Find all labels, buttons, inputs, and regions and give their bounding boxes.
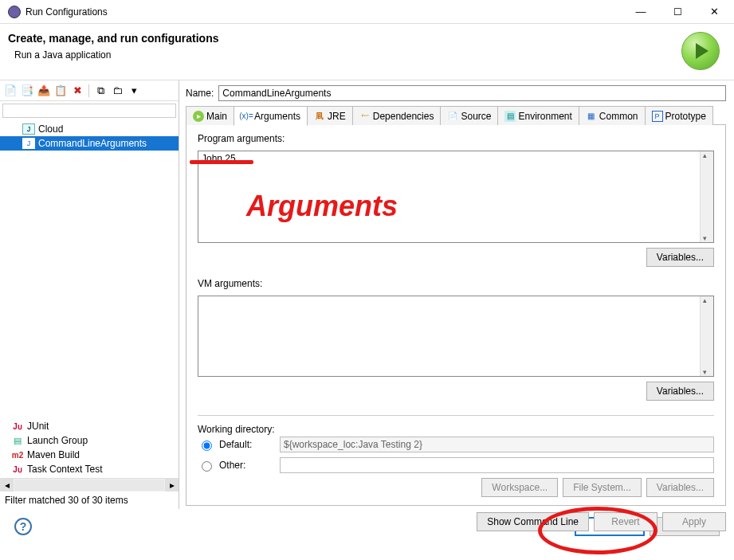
vm-args-label: VM arguments: [198, 278, 714, 289]
workdir-default-radio[interactable] [202, 441, 212, 451]
expand-all-icon[interactable]: 🗀 [110, 84, 124, 98]
config-toolbar: 📄 📑 📤 📋 ✖ ⧉ 🗀 ▾ [0, 80, 179, 101]
workdir-variables-button[interactable]: Variables... [646, 478, 714, 497]
environment-tab-icon: ▤ [504, 111, 516, 122]
workdir-default-label: Default: [219, 439, 275, 450]
type-maven-build[interactable]: m2 Maven Build [0, 448, 179, 462]
filter-input[interactable] [2, 104, 176, 118]
arguments-tab-panel: Program arguments: Variables... VM argum… [186, 125, 726, 506]
window-controls [622, 0, 732, 24]
launch-group-icon: ▤ [11, 435, 24, 446]
program-args-variables-button[interactable]: Variables... [646, 248, 714, 267]
config-tree[interactable]: J Cloud J CommandLineArguments [0, 120, 179, 417]
window-title: Run Configurations [26, 6, 622, 18]
tree-horizontal-scrollbar[interactable]: ◂▸ [0, 478, 179, 491]
filesystem-button[interactable]: File System... [563, 478, 642, 497]
tree-item-label: CommandLineArguments [38, 138, 147, 149]
junit-icon: Jᴜ [11, 464, 24, 475]
dialog-subtitle: Run a Java application [14, 49, 219, 61]
arguments-tab-icon: (x)= [241, 111, 252, 122]
annotation-underline [190, 160, 253, 164]
delete-icon[interactable]: ✖ [70, 84, 84, 98]
config-types-list: Jᴜ JUnit ▤ Launch Group m2 Maven Build J… [0, 417, 179, 478]
dialog-header: Create, manage, and run configurations R… [0, 24, 734, 80]
title-bar: Run Configurations [0, 0, 734, 24]
new-config-icon[interactable]: 📄 [3, 84, 18, 98]
java-app-icon: J [22, 138, 35, 149]
filter-status: Filter matched 30 of 30 items [0, 491, 179, 509]
minimize-button[interactable] [622, 0, 659, 24]
filter-menu-icon[interactable]: ▾ [127, 84, 141, 98]
config-action-bar: Show Command Line Revert Apply [186, 506, 726, 531]
workspace-button[interactable]: Workspace... [481, 478, 558, 497]
program-args-label: Program arguments: [198, 133, 714, 144]
vm-args-variables-button[interactable]: Variables... [646, 382, 714, 401]
type-label: Task Context Test [27, 464, 103, 475]
type-junit[interactable]: Jᴜ JUnit [0, 419, 179, 433]
workdir-other-label: Other: [219, 460, 275, 471]
type-launch-group[interactable]: ▤ Launch Group [0, 433, 179, 448]
dependencies-tab-icon: ⬳ [359, 111, 371, 122]
java-app-icon: J [22, 123, 35, 135]
working-directory-label: Working directory: [198, 424, 714, 435]
tree-item-cloud[interactable]: J Cloud [0, 122, 179, 136]
close-window-button[interactable] [696, 0, 732, 24]
dialog-title: Create, manage, and run configurations [8, 32, 219, 45]
tab-arguments[interactable]: (x)=Arguments [234, 106, 308, 126]
source-tab-icon: 📄 [447, 111, 458, 122]
help-icon[interactable]: ? [14, 518, 32, 535]
new-prototype-icon[interactable]: 📑 [20, 84, 34, 98]
tree-item-label: Cloud [38, 123, 63, 135]
workdir-default-input [280, 437, 714, 452]
workdir-other-input[interactable] [280, 457, 714, 473]
vm-args-scrollbar[interactable] [700, 296, 713, 376]
show-command-line-button[interactable]: Show Command Line [477, 512, 589, 531]
maximize-button[interactable] [659, 0, 696, 24]
jre-tab-icon: 凬 [314, 111, 325, 122]
tab-source[interactable]: 📄Source [440, 106, 498, 125]
main-tab-icon: ▸ [193, 111, 204, 122]
prototype-tab-icon: P [652, 111, 663, 122]
vm-args-textarea[interactable] [198, 296, 713, 376]
apply-button[interactable]: Apply [662, 512, 726, 531]
type-task-context-test[interactable]: Jᴜ Task Context Test [0, 462, 179, 476]
type-label: Maven Build [27, 449, 80, 460]
config-editor: Name: ▸Main (x)=Arguments 凬JRE ⬳Dependen… [179, 80, 734, 509]
config-name-input[interactable] [218, 85, 726, 101]
revert-button[interactable]: Revert [594, 512, 657, 531]
program-args-scrollbar[interactable] [700, 151, 713, 242]
common-tab-icon: ▦ [586, 111, 597, 122]
tab-main[interactable]: ▸Main [186, 106, 234, 125]
tab-bar: ▸Main (x)=Arguments 凬JRE ⬳Dependencies 📄… [186, 106, 726, 125]
collapse-all-icon[interactable]: ⧉ [93, 84, 108, 98]
tab-jre[interactable]: 凬JRE [307, 106, 353, 125]
name-label: Name: [186, 88, 214, 99]
type-label: JUnit [27, 421, 49, 432]
maven-icon: m2 [11, 449, 24, 460]
type-label: Launch Group [27, 435, 88, 446]
tree-item-commandlinearguments[interactable]: J CommandLineArguments [0, 136, 179, 151]
export-icon[interactable]: 📤 [37, 84, 51, 98]
tab-environment[interactable]: ▤Environment [497, 106, 579, 125]
working-directory-group: Working directory: Default: Other: Works… [198, 415, 714, 497]
tab-common[interactable]: ▦Common [579, 106, 646, 125]
left-panel: 📄 📑 📤 📋 ✖ ⧉ 🗀 ▾ J Cloud J CommandLineArg… [0, 80, 179, 509]
annotation-arguments-text: Arguments [246, 190, 398, 223]
app-icon [8, 6, 21, 18]
tab-dependencies[interactable]: ⬳Dependencies [352, 106, 442, 125]
workdir-other-radio[interactable] [202, 461, 212, 472]
duplicate-icon[interactable]: 📋 [53, 84, 68, 98]
junit-icon: Jᴜ [11, 421, 24, 432]
run-banner-icon [681, 32, 720, 70]
tab-prototype[interactable]: PPrototype [645, 106, 713, 125]
